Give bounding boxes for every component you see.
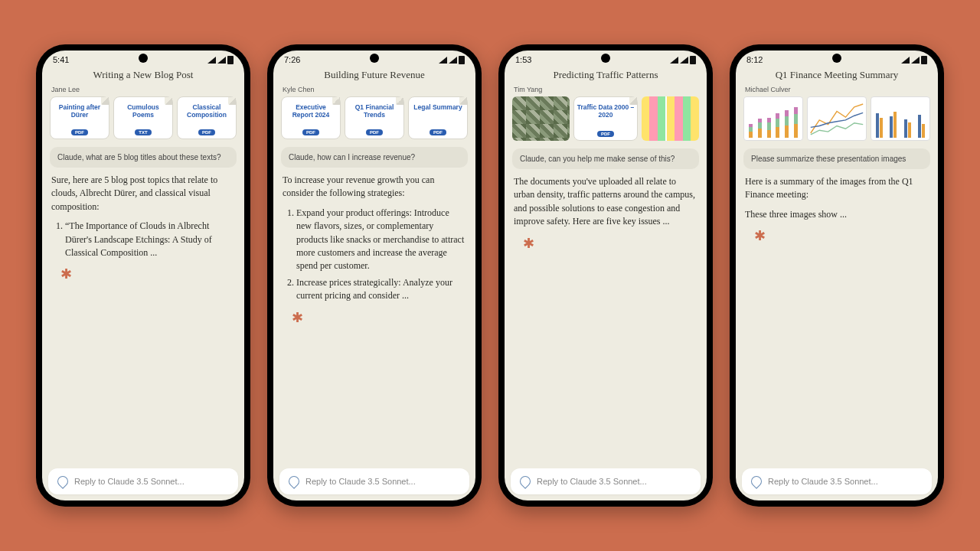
attachment-doc[interactable]: Q1 Financial Trends PDF	[345, 96, 404, 139]
author-label: Jane Lee	[42, 86, 244, 96]
doc-title: Q1 Financial Trends	[348, 103, 400, 119]
doc-title: Executive Report 2024	[285, 103, 337, 119]
screen: 7:26 Building Future Revenue Kyle Chen E…	[273, 51, 475, 500]
signal-icon	[217, 57, 226, 64]
attachment-row	[736, 96, 938, 145]
attachment-image-aerial[interactable]	[512, 96, 570, 141]
attachment-row: Executive Report 2024 PDF Q1 Financial T…	[273, 96, 475, 144]
input-placeholder: Reply to Claude 3.5 Sonnet...	[768, 477, 878, 486]
assistant-response: Here is a summary of the images from the…	[736, 175, 938, 462]
page-title: Building Future Revenue	[273, 66, 475, 86]
response-text: To increase your revenue growth you can …	[283, 174, 466, 201]
phone-frame: 7:26 Building Future Revenue Kyle Chen E…	[267, 44, 482, 507]
status-icons	[901, 56, 927, 64]
doc-title: Classical Composition	[181, 103, 233, 119]
loading-spark-icon	[292, 311, 304, 323]
attachment-chart-grouped-bar[interactable]	[871, 96, 930, 141]
battery-icon	[921, 56, 927, 64]
response-text: Sure, here are 5 blog post topics that r…	[51, 174, 235, 214]
attachment-icon[interactable]	[55, 474, 70, 489]
doc-title: Legal Summary	[413, 103, 462, 111]
camera-notch	[370, 54, 379, 63]
file-badge: PDF	[430, 129, 446, 135]
camera-notch	[601, 54, 610, 63]
file-badge: PDF	[366, 129, 383, 135]
reply-input[interactable]: Reply to Claude 3.5 Sonnet...	[279, 468, 469, 494]
battery-icon	[459, 56, 465, 64]
response-text: The documents you've uploaded all relate…	[514, 175, 697, 229]
attachment-image-postits[interactable]	[642, 96, 699, 141]
assistant-response: The documents you've uploaded all relate…	[505, 175, 707, 462]
camera-notch	[832, 54, 841, 63]
attachment-icon[interactable]	[518, 474, 533, 489]
loading-spark-icon	[754, 229, 766, 241]
loading-spark-icon	[60, 267, 73, 279]
signal-icon	[911, 57, 920, 64]
input-placeholder: Reply to Claude 3.5 Sonnet...	[537, 477, 647, 486]
page-title: Writing a New Blog Post	[42, 66, 244, 86]
response-text: Here is a summary of the images from the…	[745, 175, 929, 202]
reply-input[interactable]: Reply to Claude 3.5 Sonnet...	[48, 468, 238, 494]
signal-icon	[207, 57, 216, 64]
signal-icon	[670, 57, 678, 64]
clock: 5:41	[53, 55, 69, 64]
doc-title: Painting after Dürer	[54, 103, 106, 119]
response-text: These three images show ...	[745, 208, 929, 221]
status-icons	[207, 56, 234, 64]
author-label: Michael Culver	[736, 86, 938, 96]
input-placeholder: Reply to Claude 3.5 Sonnet...	[74, 477, 185, 486]
attachment-chart-stacked-bar[interactable]	[743, 96, 803, 141]
user-prompt: Claude, can you help me make sense of th…	[512, 148, 699, 169]
assistant-response: To increase your revenue growth you can …	[273, 174, 475, 462]
battery-icon	[690, 56, 696, 64]
user-prompt: Claude, what are 5 blog titles about the…	[50, 147, 237, 168]
assistant-response: Sure, here are 5 blog post topics that r…	[42, 174, 244, 462]
file-badge: PDF	[597, 131, 614, 137]
screen: 8:12 Q1 Finance Meeting Summary Michael …	[736, 51, 938, 500]
author-label: Kyle Chen	[273, 86, 475, 96]
status-icons	[439, 56, 465, 64]
camera-notch	[139, 54, 148, 63]
signal-icon	[449, 57, 457, 64]
file-badge: PDF	[71, 129, 88, 135]
page-title: Q1 Finance Meeting Summary	[736, 66, 938, 86]
status-icons	[670, 56, 696, 64]
attachment-doc[interactable]: Traffic Data 2000 – 2020 PDF	[573, 96, 639, 141]
loading-spark-icon	[523, 236, 535, 249]
attachment-icon[interactable]	[286, 474, 302, 489]
attachment-row: Painting after Dürer PDF Cumulous Poems …	[42, 96, 244, 144]
author-label: Tim Yang	[505, 86, 707, 96]
clock: 1:53	[515, 55, 531, 64]
attachment-doc[interactable]: Executive Report 2024 PDF	[281, 96, 341, 139]
page-title: Predicting Traffic Patterns	[505, 66, 707, 86]
signal-icon	[439, 57, 447, 64]
attachment-chart-line[interactable]	[807, 96, 867, 141]
user-prompt: Claude, how can I increase revenue?	[281, 147, 468, 168]
response-list-item: Expand your product offerings: Introduce…	[296, 207, 466, 273]
clock: 8:12	[746, 55, 763, 64]
input-placeholder: Reply to Claude 3.5 Sonnet...	[305, 477, 416, 486]
screen: 1:53 Predicting Traffic Patterns Tim Yan…	[505, 51, 707, 500]
user-prompt: Please summarize these presentation imag…	[743, 148, 930, 169]
attachment-row: Traffic Data 2000 – 2020 PDF	[505, 96, 707, 145]
battery-icon	[227, 56, 234, 64]
attachment-doc[interactable]: Painting after Dürer PDF	[50, 96, 109, 139]
phone-frame: 5:41 Writing a New Blog Post Jane Lee Pa…	[36, 44, 250, 507]
attachment-icon[interactable]	[749, 474, 764, 489]
signal-icon	[901, 57, 910, 64]
signal-icon	[680, 57, 688, 64]
doc-title: Traffic Data 2000 – 2020	[577, 103, 635, 119]
phone-frame: 8:12 Q1 Finance Meeting Summary Michael …	[730, 44, 944, 507]
attachment-doc[interactable]: Legal Summary PDF	[408, 96, 468, 139]
response-list-item: “The Importance of Clouds in Albrecht Dü…	[65, 220, 235, 259]
reply-input[interactable]: Reply to Claude 3.5 Sonnet...	[511, 468, 701, 494]
clock: 7:26	[284, 55, 300, 64]
screen: 5:41 Writing a New Blog Post Jane Lee Pa…	[42, 51, 244, 500]
phone-frame: 1:53 Predicting Traffic Patterns Tim Yan…	[498, 44, 713, 507]
reply-input[interactable]: Reply to Claude 3.5 Sonnet...	[742, 468, 932, 494]
file-badge: TXT	[135, 129, 151, 135]
file-badge: PDF	[198, 129, 215, 135]
doc-title: Cumulous Poems	[117, 103, 169, 119]
attachment-doc[interactable]: Classical Composition PDF	[177, 96, 237, 139]
attachment-doc[interactable]: Cumulous Poems TXT	[113, 96, 173, 139]
